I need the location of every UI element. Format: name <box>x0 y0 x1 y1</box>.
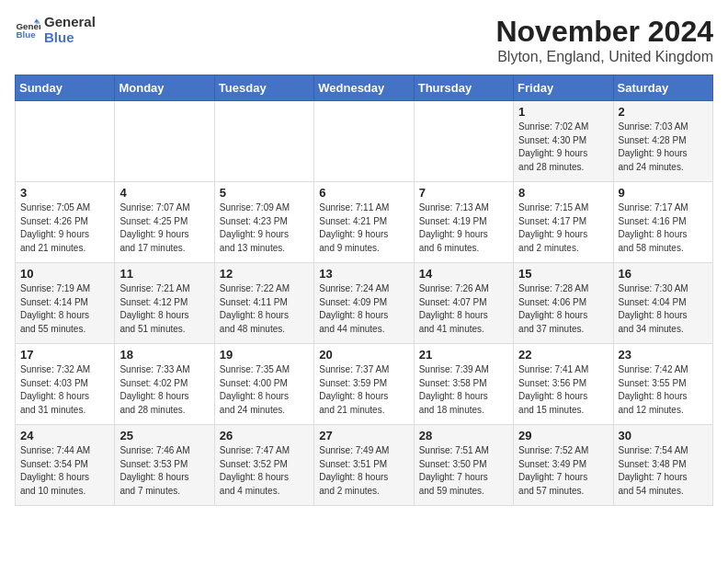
calendar-cell: 10Sunrise: 7:19 AM Sunset: 4:14 PM Dayli… <box>16 263 115 344</box>
header-thursday: Thursday <box>414 75 513 101</box>
calendar-cell: 24Sunrise: 7:44 AM Sunset: 3:54 PM Dayli… <box>16 425 115 506</box>
day-info: Sunrise: 7:32 AM Sunset: 4:03 PM Dayligh… <box>20 363 109 417</box>
day-info: Sunrise: 7:24 AM Sunset: 4:09 PM Dayligh… <box>319 282 408 336</box>
day-number: 1 <box>518 105 608 119</box>
calendar-cell: 5Sunrise: 7:09 AM Sunset: 4:23 PM Daylig… <box>214 182 313 263</box>
calendar-cell: 1Sunrise: 7:02 AM Sunset: 4:30 PM Daylig… <box>514 101 613 182</box>
calendar-week-row: 17Sunrise: 7:32 AM Sunset: 4:03 PM Dayli… <box>16 344 713 425</box>
calendar-week-row: 10Sunrise: 7:19 AM Sunset: 4:14 PM Dayli… <box>16 263 713 344</box>
day-number: 19 <box>220 348 309 362</box>
day-number: 20 <box>319 348 408 362</box>
calendar-cell <box>214 101 313 182</box>
day-info: Sunrise: 7:15 AM Sunset: 4:17 PM Dayligh… <box>518 201 608 255</box>
day-info: Sunrise: 7:46 AM Sunset: 3:53 PM Dayligh… <box>119 444 209 498</box>
day-info: Sunrise: 7:26 AM Sunset: 4:07 PM Dayligh… <box>419 282 508 336</box>
calendar-week-row: 24Sunrise: 7:44 AM Sunset: 3:54 PM Dayli… <box>16 425 713 506</box>
calendar-cell: 16Sunrise: 7:30 AM Sunset: 4:04 PM Dayli… <box>613 263 712 344</box>
calendar-cell: 30Sunrise: 7:54 AM Sunset: 3:48 PM Dayli… <box>613 425 712 506</box>
day-info: Sunrise: 7:33 AM Sunset: 4:02 PM Dayligh… <box>119 363 209 417</box>
svg-text:Blue: Blue <box>16 29 36 40</box>
header-wednesday: Wednesday <box>314 75 414 101</box>
day-number: 8 <box>518 186 608 200</box>
calendar-cell: 25Sunrise: 7:46 AM Sunset: 3:53 PM Dayli… <box>115 425 214 506</box>
header-friday: Friday <box>514 75 613 101</box>
day-info: Sunrise: 7:49 AM Sunset: 3:51 PM Dayligh… <box>319 444 408 498</box>
calendar-cell: 15Sunrise: 7:28 AM Sunset: 4:06 PM Dayli… <box>514 263 613 344</box>
calendar-title: November 2024 <box>495 15 713 49</box>
header-monday: Monday <box>115 75 214 101</box>
calendar-table: Sunday Monday Tuesday Wednesday Thursday… <box>15 75 713 506</box>
day-info: Sunrise: 7:28 AM Sunset: 4:06 PM Dayligh… <box>518 282 608 336</box>
logo: General Blue General Blue <box>15 15 96 45</box>
header-saturday: Saturday <box>613 75 712 101</box>
calendar-title-area: November 2024 Blyton, England, United Ki… <box>495 15 713 65</box>
day-number: 26 <box>220 429 309 442</box>
day-info: Sunrise: 7:44 AM Sunset: 3:54 PM Dayligh… <box>20 444 109 498</box>
day-info: Sunrise: 7:52 AM Sunset: 3:49 PM Dayligh… <box>518 444 608 498</box>
day-info: Sunrise: 7:37 AM Sunset: 3:59 PM Dayligh… <box>319 363 408 417</box>
calendar-cell <box>414 101 513 182</box>
day-number: 14 <box>419 267 508 281</box>
calendar-cell: 28Sunrise: 7:51 AM Sunset: 3:50 PM Dayli… <box>414 425 513 506</box>
day-info: Sunrise: 7:30 AM Sunset: 4:04 PM Dayligh… <box>619 282 708 336</box>
calendar-cell: 4Sunrise: 7:07 AM Sunset: 4:25 PM Daylig… <box>115 182 214 263</box>
page-header: General Blue General Blue November 2024 … <box>15 15 713 65</box>
calendar-cell: 9Sunrise: 7:17 AM Sunset: 4:16 PM Daylig… <box>613 182 712 263</box>
day-info: Sunrise: 7:21 AM Sunset: 4:12 PM Dayligh… <box>119 282 209 336</box>
day-info: Sunrise: 7:22 AM Sunset: 4:11 PM Dayligh… <box>220 282 309 336</box>
calendar-cell: 29Sunrise: 7:52 AM Sunset: 3:49 PM Dayli… <box>514 425 613 506</box>
day-info: Sunrise: 7:05 AM Sunset: 4:26 PM Dayligh… <box>20 201 109 255</box>
calendar-cell: 6Sunrise: 7:11 AM Sunset: 4:21 PM Daylig… <box>314 182 414 263</box>
calendar-cell: 26Sunrise: 7:47 AM Sunset: 3:52 PM Dayli… <box>214 425 313 506</box>
calendar-cell: 22Sunrise: 7:41 AM Sunset: 3:56 PM Dayli… <box>514 344 613 425</box>
calendar-week-row: 3Sunrise: 7:05 AM Sunset: 4:26 PM Daylig… <box>16 182 713 263</box>
day-number: 3 <box>20 186 109 200</box>
logo-line2: Blue <box>44 30 96 46</box>
day-info: Sunrise: 7:42 AM Sunset: 3:55 PM Dayligh… <box>619 363 708 417</box>
day-number: 11 <box>119 267 209 281</box>
day-info: Sunrise: 7:07 AM Sunset: 4:25 PM Dayligh… <box>119 201 209 255</box>
day-info: Sunrise: 7:09 AM Sunset: 4:23 PM Dayligh… <box>220 201 309 255</box>
day-number: 17 <box>20 348 109 362</box>
day-info: Sunrise: 7:11 AM Sunset: 4:21 PM Dayligh… <box>319 201 408 255</box>
logo-line1: General <box>44 15 96 30</box>
calendar-cell: 27Sunrise: 7:49 AM Sunset: 3:51 PM Dayli… <box>314 425 414 506</box>
calendar-cell: 14Sunrise: 7:26 AM Sunset: 4:07 PM Dayli… <box>414 263 513 344</box>
calendar-cell: 8Sunrise: 7:15 AM Sunset: 4:17 PM Daylig… <box>514 182 613 263</box>
day-number: 15 <box>518 267 608 281</box>
header-tuesday: Tuesday <box>214 75 313 101</box>
calendar-cell: 12Sunrise: 7:22 AM Sunset: 4:11 PM Dayli… <box>214 263 313 344</box>
day-number: 5 <box>220 186 309 200</box>
day-number: 4 <box>119 186 209 200</box>
day-number: 18 <box>119 348 209 362</box>
calendar-cell: 21Sunrise: 7:39 AM Sunset: 3:58 PM Dayli… <box>414 344 513 425</box>
day-number: 16 <box>619 267 708 281</box>
day-number: 23 <box>619 348 708 362</box>
day-number: 29 <box>518 429 608 442</box>
calendar-cell: 13Sunrise: 7:24 AM Sunset: 4:09 PM Dayli… <box>314 263 414 344</box>
day-info: Sunrise: 7:19 AM Sunset: 4:14 PM Dayligh… <box>20 282 109 336</box>
day-info: Sunrise: 7:51 AM Sunset: 3:50 PM Dayligh… <box>419 444 508 498</box>
day-number: 9 <box>619 186 708 200</box>
calendar-cell <box>115 101 214 182</box>
day-number: 6 <box>319 186 408 200</box>
day-number: 22 <box>518 348 608 362</box>
day-number: 10 <box>20 267 109 281</box>
day-info: Sunrise: 7:41 AM Sunset: 3:56 PM Dayligh… <box>518 363 608 417</box>
day-number: 2 <box>619 105 708 119</box>
header-sunday: Sunday <box>16 75 115 101</box>
day-info: Sunrise: 7:17 AM Sunset: 4:16 PM Dayligh… <box>619 201 708 255</box>
calendar-cell: 20Sunrise: 7:37 AM Sunset: 3:59 PM Dayli… <box>314 344 414 425</box>
calendar-cell: 23Sunrise: 7:42 AM Sunset: 3:55 PM Dayli… <box>613 344 712 425</box>
day-number: 25 <box>119 429 209 442</box>
day-number: 27 <box>319 429 408 442</box>
day-number: 24 <box>20 429 109 442</box>
calendar-week-row: 1Sunrise: 7:02 AM Sunset: 4:30 PM Daylig… <box>16 101 713 182</box>
calendar-cell: 11Sunrise: 7:21 AM Sunset: 4:12 PM Dayli… <box>115 263 214 344</box>
day-number: 28 <box>419 429 508 442</box>
calendar-cell: 2Sunrise: 7:03 AM Sunset: 4:28 PM Daylig… <box>613 101 712 182</box>
day-number: 12 <box>220 267 309 281</box>
day-number: 30 <box>619 429 708 442</box>
day-info: Sunrise: 7:39 AM Sunset: 3:58 PM Dayligh… <box>419 363 508 417</box>
calendar-cell: 19Sunrise: 7:35 AM Sunset: 4:00 PM Dayli… <box>214 344 313 425</box>
